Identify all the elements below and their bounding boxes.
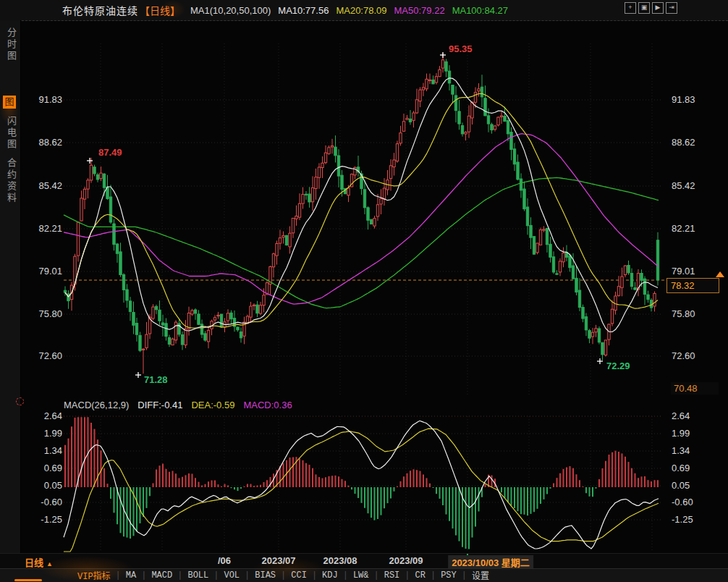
svg-text:0.05: 0.05 (672, 480, 690, 491)
ma-value-label: MA50:79.22 (394, 5, 445, 16)
chart-window-icon[interactable]: ▣ (638, 2, 650, 14)
current-date-label: 2023/10/03 星期二 (448, 555, 533, 569)
tab-separator: | (462, 570, 467, 581)
x-axis-label: 2023/08 (323, 555, 357, 566)
macd-legend-item: MACD(26,12,9) (64, 400, 129, 410)
svg-text:88.62: 88.62 (672, 137, 695, 148)
indicator-tab-bar: VIP指标|MA|MACD|BOLL|VOL|BIAS|CCI|KDJ|LW&|… (0, 568, 728, 582)
svg-text:2.64: 2.64 (672, 410, 690, 421)
window-toolbar: +▣▶⇥ (625, 2, 677, 14)
instrument-title: 布伦特原油连续 (62, 3, 138, 17)
tab-KDJ[interactable]: KDJ (317, 570, 343, 581)
ma-settings-label: MA1(10,20,50,100) (190, 5, 271, 16)
tab-separator: | (116, 570, 121, 581)
ma20-line (65, 93, 658, 328)
top-bar: 布伦特原油连续 【日线】 MA1(10,20,50,100)MA10:77.56… (0, 0, 728, 21)
tab-RSI[interactable]: RSI (379, 570, 405, 581)
period-selector[interactable]: 日线▲ (25, 555, 53, 569)
svg-text:95.35: 95.35 (449, 43, 473, 54)
ma-value-label: MA10:77.56 (278, 5, 329, 16)
svg-text:0.69: 0.69 (672, 463, 690, 473)
svg-text:1.34: 1.34 (672, 445, 690, 456)
last-price-tag: 78.32 (666, 278, 719, 293)
macd-legend-item: DEA:-0.59 (191, 400, 234, 410)
price-annotations: 95.3587.4971.2872.29 (87, 43, 630, 385)
ma-legend: MA1(10,20,50,100)MA10:77.56MA20:78.09MA5… (190, 5, 515, 16)
tab-设置[interactable]: 设置 (467, 569, 494, 582)
candles-layer (64, 53, 659, 374)
ma10-line (65, 78, 658, 332)
tab-separator: | (405, 570, 410, 581)
macd-histogram (65, 417, 658, 549)
svg-text:82.21: 82.21 (672, 223, 695, 234)
chevron-up-icon: ▲ (46, 560, 53, 568)
tab-VOL[interactable]: VOL (219, 570, 245, 581)
pan-icon[interactable]: + (625, 2, 636, 14)
tab-BOLL[interactable]: BOLL (182, 570, 213, 581)
svg-text:-0.60: -0.60 (41, 497, 62, 507)
last-price-value: 78.32 (671, 280, 695, 291)
svg-text:72.29: 72.29 (606, 360, 630, 371)
tab-separator: | (431, 570, 436, 581)
period-tag[interactable]: 【日线】 (140, 3, 180, 17)
svg-text:85.42: 85.42 (672, 180, 695, 191)
ma-value-label: MA20:78.09 (336, 5, 386, 16)
svg-text:79.01: 79.01 (672, 266, 695, 277)
tab-scrollbar[interactable] (14, 579, 42, 581)
exit-icon[interactable]: ⇥ (666, 2, 677, 14)
macd-legend-item: DIFF:-0.41 (137, 400, 182, 410)
svg-text:-1.25: -1.25 (41, 514, 62, 525)
trading-app-window: 布伦特原油连续 【日线】 MA1(10,20,50,100)MA10:77.56… (0, 0, 728, 582)
candlestick-chart[interactable]: 91.8391.8388.6288.6285.4285.4282.2182.21… (0, 20, 728, 553)
time-axis: 日线▲ /062023/072023/082023/092023/10/03 星… (0, 553, 728, 569)
svg-text:75.80: 75.80 (38, 308, 62, 319)
svg-text:91.83: 91.83 (672, 94, 695, 105)
tab-separator: | (245, 570, 250, 581)
svg-text:85.42: 85.42 (38, 180, 62, 191)
svg-text:1.34: 1.34 (44, 445, 62, 456)
x-axis-label: 2023/07 (262, 555, 296, 566)
price-up-arrow-icon (716, 271, 724, 277)
macd-legend-item: MACD:0.36 (243, 400, 292, 410)
svg-text:72.60: 72.60 (672, 350, 695, 361)
ma-value-label: MA100:84.27 (452, 5, 508, 16)
x-axis-label: 2023/09 (389, 555, 423, 566)
svg-text:79.01: 79.01 (38, 266, 62, 277)
svg-text:87.49: 87.49 (98, 147, 122, 158)
svg-text:0.69: 0.69 (44, 463, 62, 473)
svg-text:1.99: 1.99 (44, 428, 62, 439)
svg-text:-0.60: -0.60 (672, 497, 693, 507)
svg-text:72.60: 72.60 (38, 350, 62, 361)
tab-MACD[interactable]: MACD (146, 570, 177, 581)
tab-separator: | (374, 570, 379, 581)
tab-separator: | (343, 570, 348, 581)
tab-separator: | (281, 570, 286, 581)
ma100-line (64, 177, 659, 308)
svg-text:71.28: 71.28 (144, 374, 168, 385)
svg-text:75.80: 75.80 (672, 308, 695, 319)
tab-separator: | (312, 570, 317, 581)
svg-text:82.21: 82.21 (38, 223, 62, 234)
tab-LW&[interactable]: LW& (348, 570, 374, 581)
tab-separator: | (213, 570, 219, 581)
svg-text:1.99: 1.99 (672, 428, 690, 439)
ma50-line (64, 134, 659, 304)
svg-text:91.83: 91.83 (38, 94, 62, 105)
tab-CCI[interactable]: CCI (286, 570, 312, 581)
axis-labels: 91.8391.8388.6288.6285.4285.4282.2182.21… (38, 94, 695, 525)
svg-text:88.62: 88.62 (38, 137, 62, 148)
tab-VIP指标[interactable]: VIP指标 (72, 569, 116, 582)
drawing-tool-icon[interactable] (16, 397, 24, 405)
tab-separator: | (177, 570, 182, 581)
tab-MA[interactable]: MA (121, 570, 141, 581)
chart-play-icon[interactable]: ▶ (652, 2, 664, 14)
tab-separator: | (141, 570, 146, 581)
range-low-tag: 70.48 (671, 382, 719, 395)
macd-legend: MACD(26,12,9)DIFF:-0.41DEA:-0.59MACD:0.3… (64, 400, 301, 410)
tab-CR[interactable]: CR (410, 570, 431, 581)
tab-BIAS[interactable]: BIAS (250, 570, 281, 581)
x-axis-label: /06 (218, 555, 231, 566)
svg-text:-1.25: -1.25 (672, 514, 693, 525)
tab-PSY[interactable]: PSY (436, 570, 462, 581)
svg-text:0.05: 0.05 (44, 480, 62, 491)
